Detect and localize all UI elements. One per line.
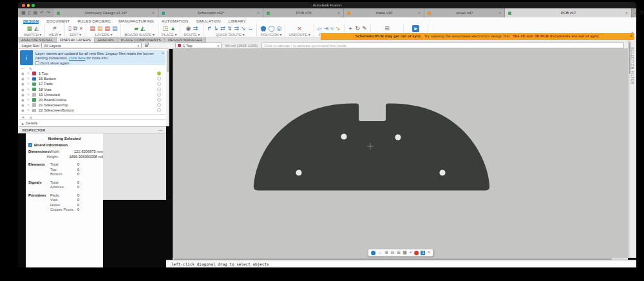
notice-link[interactable]: Click here <box>69 56 86 60</box>
close-tab-icon[interactable]: × <box>418 11 421 15</box>
layer-indicator[interactable] <box>157 77 161 81</box>
visibility-eye-icon[interactable]: ◉ <box>21 77 24 81</box>
panel-tab-analyze-signal[interactable]: ANALYZE SIGNAL <box>18 37 57 43</box>
active-layer-dropdown[interactable]: 1 Top ▾ <box>175 43 222 49</box>
place-marker-icon[interactable]: ▲ <box>170 25 176 32</box>
layer-row-silkscreentop[interactable]: ◉✎21 SilkscreenTop <box>18 102 165 108</box>
dont-show-again-checkbox[interactable]: Don't show again <box>35 61 163 65</box>
ribbon-tab-library[interactable]: LIBRARY <box>229 19 246 24</box>
pan-icon[interactable]: ↔ <box>378 250 383 255</box>
tool-group-label[interactable]: SWITCH ▾ <box>24 33 41 37</box>
banner-close-icon[interactable]: × <box>630 34 632 38</box>
document-tab-4[interactable]: mask v30× <box>344 8 424 17</box>
tool-group-label[interactable]: BOARD SHAPE ▾ <box>124 33 154 37</box>
layer-row-bottom[interactable]: ◉✎16 Bottom <box>18 76 165 81</box>
tool-group-label[interactable]: EDIT ▾ <box>70 33 81 37</box>
edit-layer-icon[interactable]: ✎ <box>27 93 30 97</box>
edit-layer-icon[interactable]: ✎ <box>27 98 30 102</box>
tool-group-label[interactable]: VIEW ▾ <box>48 33 61 37</box>
layer-row-silkscreenbottom[interactable]: ◉✎22 SilkscreenBottom <box>18 108 165 113</box>
visibility-eye-icon[interactable]: ◉ <box>21 82 24 86</box>
visibility-eye-icon[interactable]: ◉ <box>21 93 24 97</box>
rework-slant-icon[interactable]: ↘ <box>336 25 341 32</box>
ribbon-tab-manufacturing[interactable]: MANUFACTURING <box>118 19 154 24</box>
route-manual-icon[interactable]: ◉ <box>186 25 191 32</box>
layer-row-vias[interactable]: ◉✎18 Vias <box>18 87 165 92</box>
rework-meander-icon[interactable]: ≈ <box>330 25 334 32</box>
visibility-column-icon[interactable]: — <box>21 66 24 70</box>
close-tab-icon[interactable]: × <box>152 11 155 15</box>
layer-color-swatch[interactable] <box>32 109 36 113</box>
quick-route-up-icon[interactable]: ↱ <box>207 25 212 32</box>
tool-group-label[interactable]: QUICK ROUTE ▾ <box>216 33 245 37</box>
polygon-circle-icon[interactable]: ◯ <box>268 25 274 32</box>
add-view-icon[interactable]: + <box>409 250 412 255</box>
layer-orange-icon[interactable]: ▤ <box>97 25 103 32</box>
panel-tab-errors[interactable]: ERRORS <box>95 37 118 43</box>
zoom-in-icon[interactable]: ⊕ <box>384 250 388 255</box>
layer-row-boardoutline[interactable]: ◉✎20 BoardOutline <box>18 97 165 102</box>
edit-layer-icon[interactable]: ✎ <box>27 103 30 107</box>
pcb-canvas[interactable]: ↔⊕⊖⊞▦+1» <box>173 49 628 258</box>
orbit-icon[interactable] <box>371 251 375 255</box>
edit-layer-icon[interactable]: ✎ <box>27 88 30 92</box>
quick-route-diag-icon[interactable]: ↘ <box>241 25 246 32</box>
ribbon-tab-automation[interactable]: AUTOMATION <box>162 19 188 24</box>
board-corner-icon[interactable]: ◭ <box>140 25 145 32</box>
board-outline-icon[interactable]: ▰ <box>134 25 138 32</box>
visibility-eye-icon[interactable]: ◉ <box>21 72 24 75</box>
layer-set-dropdown[interactable]: All Layers ▾ <box>41 43 142 48</box>
document-tab-3[interactable]: PCB v79× <box>263 8 344 17</box>
current-layer-indicator[interactable] <box>157 72 161 75</box>
lock-icon[interactable] <box>145 44 148 47</box>
polygon-icon[interactable] <box>260 26 266 32</box>
edit-pencil-icon[interactable]: ✎ <box>362 25 367 32</box>
layer-row-top[interactable]: ◉✎1 Top <box>18 71 165 76</box>
layer-indicator[interactable] <box>157 103 161 107</box>
select-icon[interactable]: ► <box>412 25 419 32</box>
save-icon[interactable]: ▤ <box>33 10 37 15</box>
rework-shape-icon[interactable]: ▱ <box>317 25 322 32</box>
document-tab-2[interactable]: Schematic v42*× <box>158 8 263 17</box>
document-tab-1[interactable]: Discovery Design v1.19*× <box>53 8 158 17</box>
layer-color-swatch[interactable] <box>32 82 36 86</box>
layer-indicator[interactable] <box>157 108 161 112</box>
unroute-icon[interactable]: ⨯ <box>297 25 302 32</box>
layer-row-namestop[interactable]: ◉✎23 NamesTop <box>18 113 165 114</box>
edit-layer-icon[interactable]: ✎ <box>27 82 30 86</box>
layer-indicator[interactable] <box>157 88 161 92</box>
layer-blue-icon[interactable]: ▤ <box>112 25 118 32</box>
ribbon-tab-rules-drc-erc[interactable]: RULES DRC/ERC <box>77 19 111 24</box>
edit-layer-icon[interactable]: ✎ <box>27 72 30 75</box>
add-tab-icon[interactable]: + <box>635 11 638 15</box>
tool-group-label[interactable]: ROUTE ▾ <box>184 33 200 37</box>
layer-badge[interactable]: 1 <box>421 251 425 255</box>
board-information-toggle[interactable]: ✓ Board Information <box>26 143 103 147</box>
tool-group-label[interactable]: POLYGON ▾ <box>261 33 282 37</box>
copy-icon[interactable]: ⧉ <box>73 25 77 32</box>
polygon-pour-icon[interactable]: ◎ <box>277 25 282 32</box>
layers-scrollbar[interactable] <box>166 49 169 126</box>
more-icon[interactable]: » <box>428 250 430 255</box>
switch-board-icon[interactable]: ▦ <box>26 25 32 32</box>
layer-color-swatch[interactable] <box>32 98 36 102</box>
ribbon-tab-document[interactable]: DOCUMENT <box>46 19 70 24</box>
panel-tab-place-components[interactable]: PLACE COMPONENTS <box>118 37 165 43</box>
layer-color-swatch[interactable] <box>32 77 36 81</box>
delete-icon[interactable]: × <box>79 25 82 32</box>
edit-layer-icon[interactable]: ✎ <box>27 108 30 112</box>
sync-icon[interactable]: ↻ <box>640 10 644 15</box>
layer-color-swatch[interactable] <box>32 93 36 97</box>
close-tab-icon[interactable]: × <box>337 11 340 15</box>
undo-icon[interactable]: ↶ <box>40 10 44 15</box>
layer-color-swatch[interactable] <box>32 103 36 107</box>
ribbon-tab-simulation[interactable]: SIMULATION <box>196 19 220 24</box>
shortcuts-icon[interactable]: ⊞ <box>384 25 390 32</box>
notice-close-icon[interactable]: × <box>162 51 164 55</box>
tool-group-label[interactable]: UNROUTE ▾ <box>289 33 310 37</box>
quick-route-span-icon[interactable]: ↔ <box>247 25 253 32</box>
route-auto-icon[interactable]: ⇉ <box>193 25 198 32</box>
quick-route-down-icon[interactable]: ↳ <box>214 25 219 32</box>
layer-color-swatch[interactable] <box>32 72 36 75</box>
grid-toggle-icon[interactable]: ▦ <box>402 250 407 255</box>
